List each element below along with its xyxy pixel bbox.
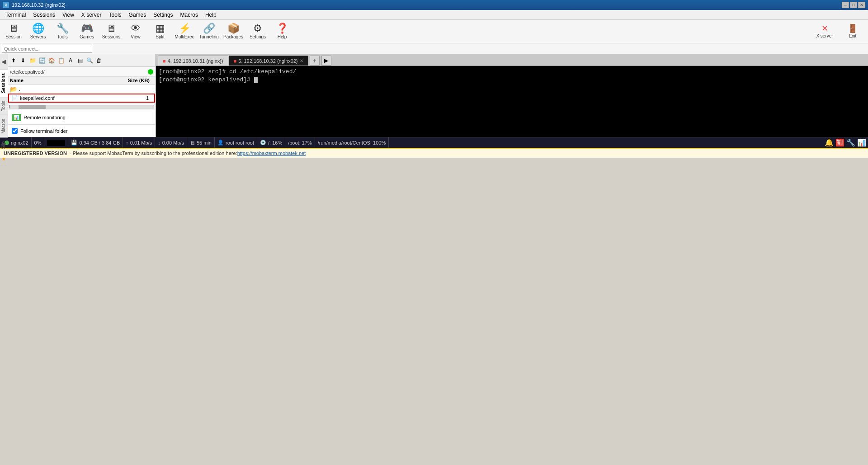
status-root-disk: /: 16%: [268, 140, 282, 146]
menu-help[interactable]: Help: [202, 11, 220, 19]
quick-connect-input[interactable]: [2, 45, 92, 53]
toolbar-x-server[interactable]: ✕ X server: [811, 21, 838, 42]
tab-5-close[interactable]: ✕: [300, 58, 303, 63]
fb-btn-copy[interactable]: 📋: [57, 56, 66, 65]
toolbar-servers[interactable]: 🌐 Servers: [26, 21, 50, 42]
side-tab-macros[interactable]: Macros: [0, 115, 8, 137]
fb-btn-home[interactable]: 🏠: [47, 56, 56, 65]
file-list: 📂 .. 📄 keepalived.conf 1: [8, 85, 155, 103]
status-icon-4: 📊: [857, 138, 866, 147]
toolbar-packages[interactable]: 📦 Packages: [222, 21, 245, 42]
fb-btn-refresh[interactable]: 🔄: [38, 56, 47, 65]
status-icon-2: 🈹: [835, 138, 844, 147]
status-bar-right-icons: 🔔 🈹 🔧 📊: [825, 138, 866, 147]
fb-scrollbar-thumb[interactable]: [19, 105, 46, 109]
tab-5[interactable]: ■ 5. 192.168.10.32 {nginx02} ✕: [229, 56, 308, 66]
file-browser: ⬆ ⬇ 📁 🔄 🏠 📋 A ▤ 🔍 🗑 /etc/keepalived/ Nam…: [8, 54, 155, 137]
tab-bar: ■ 4. 192.168.10.31 {nginx}) ■ 5. 192.168…: [156, 54, 868, 66]
tunneling-icon: 🔗: [203, 23, 215, 33]
menu-view[interactable]: View: [59, 11, 78, 19]
tools-icon: 🔧: [57, 23, 69, 33]
title-bar-title: 192.168.10.32 {nginx02}: [12, 2, 66, 8]
toolbar-tools[interactable]: 🔧 Tools: [51, 21, 74, 42]
fb-btn-select-all[interactable]: ▤: [75, 56, 85, 65]
fb-btn-new-folder[interactable]: 📁: [28, 56, 37, 65]
body-area: ◀ Sessions Tools Macros Slip ★ ⬆ ⬇ 📁 🔄 🏠…: [0, 54, 868, 137]
menu-games[interactable]: Games: [125, 11, 150, 19]
status-time: 55 min: [197, 140, 212, 146]
menu-terminal[interactable]: Terminal: [2, 11, 29, 19]
fb-btn-filter[interactable]: 🔍: [85, 56, 94, 65]
right-toolbar: ✕ X server 🚪 Exit: [811, 21, 866, 42]
tab-4-icon: ■: [163, 58, 166, 64]
status-download-value: 0.00 Mb/s: [162, 140, 184, 146]
side-tab-collapse[interactable]: ◀: [0, 54, 8, 69]
toolbar-tunneling[interactable]: 🔗 Tunneling: [197, 21, 221, 42]
quick-connect-bar: [0, 43, 868, 54]
new-tab-button[interactable]: +: [310, 56, 320, 66]
maximize-button[interactable]: □: [850, 2, 857, 8]
status-cpu-value: 0%: [34, 140, 42, 146]
menu-macros[interactable]: Macros: [177, 11, 202, 19]
toolbar-sessions[interactable]: 🖥 Sessions: [99, 21, 123, 42]
folder-open-icon: 📂: [10, 86, 17, 92]
side-tab-slip[interactable]: Slip: [0, 137, 8, 153]
toolbar-view[interactable]: 👁 View: [124, 21, 147, 42]
fb-btn-delete[interactable]: 🗑: [94, 56, 104, 65]
menu-sessions[interactable]: Sessions: [29, 11, 59, 19]
unregistered-link[interactable]: https://mobaxterm.mobatek.net: [237, 150, 306, 156]
file-name-keepalived: keepalived.conf: [20, 95, 116, 101]
current-path: /etc/keepalived/: [10, 69, 44, 75]
follow-terminal-checkbox[interactable]: [12, 128, 18, 134]
toolbar-split[interactable]: ▦ Split: [148, 21, 172, 42]
status-disk-value: 0.94 GB / 3.84 GB: [79, 140, 120, 146]
user-icon: 👤: [217, 140, 224, 146]
status-upload-value: 0.01 Mb/s: [130, 140, 152, 146]
side-tab-tools[interactable]: Tools: [0, 97, 8, 115]
status-media-value: /run/media/root/CentOS: 100%: [318, 140, 386, 146]
menu-settings[interactable]: Settings: [150, 11, 176, 19]
toolbar-exit[interactable]: 🚪 Exit: [839, 21, 866, 42]
status-upload: ↑ 0.01 Mb/s: [123, 137, 155, 148]
terminal-panel: [root@nginx02 src]# cd /etc/keepalived/ …: [156, 66, 868, 137]
remote-monitoring-button[interactable]: 📊 Remote monitoring: [8, 110, 155, 124]
tab-and-terminal: ■ 4. 192.168.10.31 {nginx}) ■ 5. 192.168…: [156, 54, 868, 137]
status-disk: 💾 0.94 GB / 3.84 GB: [68, 137, 123, 148]
session-icon: 🖥: [9, 23, 19, 33]
remote-monitoring-label: Remote monitoring: [24, 115, 66, 120]
menu-tools[interactable]: Tools: [105, 11, 125, 19]
fb-horizontal-scrollbar[interactable]: [8, 103, 155, 110]
fb-btn-up[interactable]: ⬆: [9, 56, 18, 65]
toolbar-games[interactable]: 🎮 Games: [75, 21, 99, 42]
fb-btn-A[interactable]: A: [66, 56, 75, 65]
terminal-cursor: [254, 77, 258, 83]
minimize-button[interactable]: ─: [842, 2, 849, 8]
monitor-icon: 🖥: [190, 140, 195, 146]
close-button[interactable]: ✕: [858, 2, 865, 8]
unregistered-label: UNREGISTERED VERSION: [4, 150, 67, 156]
toolbar-session[interactable]: 🖥 Session: [2, 21, 25, 42]
follow-terminal-checkbox-row: Follow terminal folder: [8, 124, 155, 137]
menu-x-server[interactable]: X server: [78, 11, 105, 19]
packages-icon: 📦: [227, 23, 240, 33]
terminal-area[interactable]: [root@nginx02 src]# cd /etc/keepalived/ …: [156, 66, 868, 137]
tab-5-icon: ■: [234, 58, 237, 64]
settings-icon: ⚙: [253, 23, 262, 33]
file-item-keepalived-conf[interactable]: 📄 keepalived.conf 1: [8, 94, 155, 103]
toolbar-help[interactable]: ❓ Help: [270, 21, 294, 42]
toolbar-multiexec[interactable]: ⚡ MultiExec: [173, 21, 196, 42]
file-name-parent: ..: [19, 86, 117, 92]
fb-btn-down[interactable]: ⬇: [19, 56, 28, 65]
sessions-icon: 🖥: [106, 23, 116, 33]
status-cpu: 0%: [32, 137, 45, 148]
toolbar-settings[interactable]: ⚙ Settings: [246, 21, 269, 42]
upload-icon: ↑: [126, 140, 128, 146]
file-item-parent[interactable]: 📂 ..: [8, 85, 155, 94]
side-tab-sessions[interactable]: Sessions: [0, 69, 8, 97]
title-bar-left: 🖥 192.168.10.32 {nginx02}: [3, 2, 66, 8]
tab-scroll-right[interactable]: ▶: [321, 56, 331, 66]
tab-4[interactable]: ■ 4. 192.168.10.31 {nginx}): [158, 56, 228, 66]
fb-toolbar: ⬆ ⬇ 📁 🔄 🏠 📋 A ▤ 🔍 🗑: [8, 54, 155, 67]
games-icon: 🎮: [81, 23, 93, 33]
side-tab-star[interactable]: ★: [0, 153, 8, 165]
